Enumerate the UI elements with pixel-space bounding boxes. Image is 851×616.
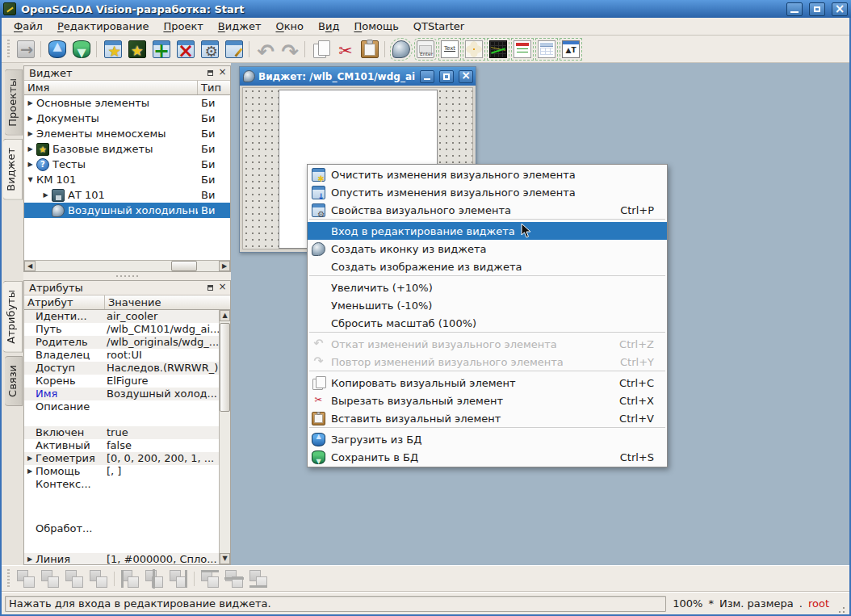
ctx-cut[interactable]: Вырезать визуальный элемент Ctrl+X — [308, 392, 667, 409]
attributes-vertical-scrollbar[interactable]: ▲ ▼ — [219, 310, 230, 564]
expand-arrow-icon[interactable] — [24, 99, 36, 107]
toolbar-widget-properties-button[interactable] — [199, 38, 221, 61]
widget-panel-title-bar[interactable]: Виджет — [24, 66, 230, 81]
expand-arrow-icon[interactable] — [24, 130, 36, 137]
menu-file[interactable]: Файл — [6, 19, 50, 34]
tree-item-km101[interactable]: КМ 101 Би — [24, 172, 230, 187]
ctx-make-icon[interactable]: Создать иконку из виджета — [308, 240, 667, 258]
title-bar[interactable]: OpenSCADA Vision-разработка: Start — [0, 0, 851, 18]
ctx-properties[interactable]: Свойства визуального элемента Ctrl+P — [308, 201, 667, 219]
tree-item-base-elements[interactable]: Основные элементы Би — [24, 95, 230, 111]
close-button[interactable] — [832, 2, 848, 16]
toolbar-form-elements-button[interactable] — [414, 38, 437, 61]
tree-item-tests[interactable]: Тесты Би — [24, 157, 230, 172]
tree-header[interactable]: Имя Тип — [24, 81, 230, 95]
ctx-zoom-out[interactable]: Уменьшить (-10%) — [308, 296, 667, 314]
tab-projects[interactable]: Проекты — [5, 69, 23, 136]
menu-view[interactable]: Вид — [311, 19, 346, 34]
toolbar-add-widget-button[interactable] — [150, 38, 173, 61]
toolbar-undo-button[interactable] — [254, 38, 277, 61]
toolbar-load-from-db-button[interactable] — [46, 38, 69, 61]
ctx-save-db[interactable]: Сохранить в БД Ctrl+S — [308, 448, 667, 466]
menu-qtstarter[interactable]: QTStarter — [406, 19, 472, 34]
resize-grip[interactable] — [836, 604, 846, 614]
tab-widget[interactable]: Виджет — [3, 139, 23, 200]
menu-edit[interactable]: Редактирование — [50, 19, 156, 34]
attr-help[interactable]: Помощь [, ] — [24, 465, 219, 478]
scrollbar-thumb[interactable] — [220, 323, 230, 412]
child-window-title-bar[interactable]: Виджет: /wlb_CM101/wdg_air_... — [240, 67, 476, 86]
attr-name[interactable]: Имя Воздушный холод... — [24, 388, 219, 400]
align-hcenter-button[interactable] — [143, 568, 166, 590]
tree-item-at101[interactable]: АТ 101 Ви — [24, 187, 230, 203]
attributes-header[interactable]: Атрибут Значение — [24, 295, 230, 310]
child-close-button[interactable] — [459, 70, 473, 83]
toolbar-protocol-button[interactable] — [511, 38, 534, 61]
attr-line[interactable]: Линия [1, #000000, Спло... — [24, 553, 219, 564]
tab-attributes[interactable]: Атрибуты — [3, 281, 23, 353]
scroll-up-icon[interactable]: ▲ — [220, 310, 230, 321]
scroll-left-icon[interactable]: ◀ — [24, 261, 36, 271]
attr-geometry[interactable]: Геометрия [0, 0, 200, 200, 1, ... — [24, 452, 219, 465]
ctx-copy[interactable]: Копировать визуальный элемент Ctrl+C — [308, 374, 667, 392]
expand-arrow-icon[interactable] — [40, 191, 52, 199]
child-maximize-button[interactable] — [439, 70, 454, 83]
attr-active[interactable]: Активный false — [24, 439, 219, 452]
ctx-lower-changes[interactable]: Опустить изменения визуального элемента — [308, 183, 667, 201]
attr-path[interactable]: Путь /wlb_CM101/wdg_ai... — [24, 323, 219, 336]
toolbar-media-button[interactable] — [463, 38, 485, 61]
dock-splitter[interactable] — [23, 272, 231, 280]
scroll-down-icon[interactable]: ▼ — [220, 553, 230, 564]
scrollbar-thumb[interactable] — [171, 261, 197, 271]
expand-arrow-icon[interactable] — [24, 145, 36, 153]
ctx-enter-edit[interactable]: Вход в редактирование виджета — [308, 222, 667, 240]
tree-header-name[interactable]: Имя — [24, 81, 198, 94]
toolbar-save-to-db-button[interactable] — [70, 38, 93, 61]
ctx-make-image[interactable]: Создать изображение из виджета — [308, 258, 667, 275]
attributes-header-attr[interactable]: Атрибут — [24, 295, 105, 309]
attributes-header-value[interactable]: Значение — [105, 295, 230, 309]
attr-process[interactable]: Обработ... — [24, 522, 219, 553]
ctx-redo[interactable]: Повтор изменений визуального элемента Ct… — [308, 353, 667, 371]
attr-parent[interactable]: Родитель /wlb_originals/wdg_... — [24, 336, 219, 349]
toolbar-exit-button[interactable] — [15, 38, 37, 61]
attr-enabled[interactable]: Включен true — [24, 426, 219, 439]
maximize-button[interactable] — [809, 2, 825, 16]
expand-arrow-icon[interactable] — [24, 115, 36, 122]
toolbar-paste-button[interactable] — [358, 38, 381, 61]
tree-header-type[interactable]: Тип — [198, 81, 230, 94]
tree-item-air-cooler[interactable]: Воздушный холодильник Ви — [24, 203, 230, 218]
ctx-zoom-in[interactable]: Увеличить (+10%) — [308, 279, 667, 296]
float-panel-icon[interactable] — [205, 68, 216, 78]
expand-arrow-icon[interactable] — [24, 553, 36, 564]
align-lower-one-button[interactable] — [87, 568, 110, 590]
ctx-clear-changes[interactable]: Очистить изменения визуального элемента — [308, 166, 667, 183]
ctx-paste[interactable]: Вставить визуальный элемент Ctrl+V — [308, 409, 667, 427]
attr-description[interactable]: Описание — [24, 400, 219, 426]
toolbar-document-button[interactable] — [535, 38, 558, 61]
align-raise-one-button[interactable] — [63, 568, 86, 590]
menu-window[interactable]: Окно — [268, 19, 311, 34]
child-minimize-button[interactable] — [420, 70, 434, 83]
attr-id[interactable]: Иденти... air_cooler — [24, 310, 219, 323]
scroll-right-icon[interactable]: ▶ — [219, 261, 230, 271]
toolbar-redo-button[interactable] — [279, 38, 301, 61]
tree-horizontal-scrollbar[interactable]: ◀ ▶ — [24, 260, 230, 271]
ctx-zoom-reset[interactable]: Сбросить масштаб (100%) — [308, 314, 667, 332]
tree-item-base-widgets[interactable]: Базовые виджеты Би — [24, 141, 230, 157]
close-panel-icon[interactable] — [217, 68, 228, 78]
minimize-button[interactable] — [786, 2, 803, 16]
expand-arrow-icon[interactable] — [24, 176, 36, 183]
tree-item-mnemo-elements[interactable]: Элементы мнемосхемы Би — [24, 126, 230, 141]
toolbar-new-library-button[interactable] — [102, 38, 124, 61]
toolbar-drag-handle[interactable] — [6, 40, 11, 59]
toolbar-value-button[interactable] — [560, 38, 582, 61]
toolbar-text-button[interactable] — [438, 38, 461, 61]
toolbar-cut-button[interactable] — [334, 38, 357, 61]
attr-owner[interactable]: Владелец root:UI — [24, 349, 219, 362]
menu-help[interactable]: Помощь — [346, 19, 405, 34]
align-right-button[interactable] — [167, 568, 190, 590]
close-panel-icon[interactable] — [217, 283, 228, 293]
float-panel-icon[interactable] — [205, 283, 216, 293]
toolbar-delete-widget-button[interactable] — [174, 38, 197, 61]
